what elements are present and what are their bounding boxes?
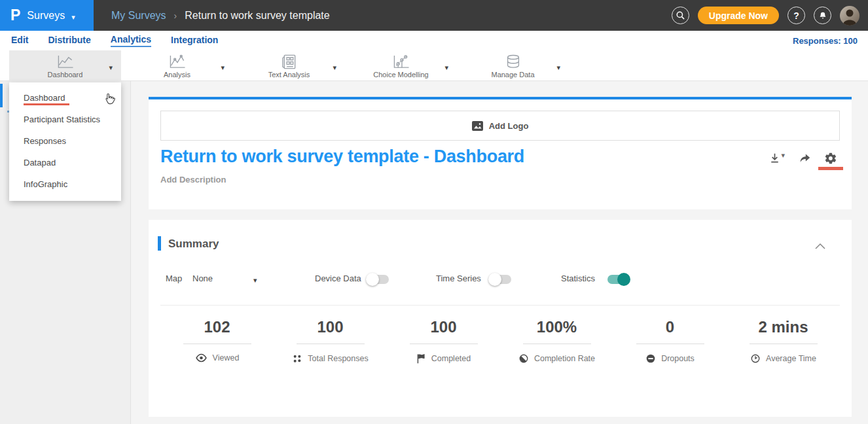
chevron-down-icon [71, 10, 75, 22]
dashboard-header-card: Add Logo Return to work survey template … [149, 99, 852, 209]
collapse-button[interactable] [815, 240, 825, 252]
person-icon [840, 6, 859, 26]
menu-item-participant-statistics[interactable]: Participant Statistics [9, 109, 121, 130]
active-item-underline [24, 103, 69, 105]
user-avatar[interactable] [840, 6, 859, 26]
responses-count: Responses: 100 [793, 36, 868, 46]
summary-accent-bar [158, 236, 161, 251]
dashboard-dropdown-menu: Dashboard Participant Statistics Respons… [9, 82, 121, 201]
hand-cursor-icon [103, 93, 115, 107]
top-bar: P Surveys My Surveys › Return to work su… [0, 0, 868, 31]
stat-completion-rate: 100% Completion Rate [500, 318, 613, 364]
menu-item-infographic[interactable]: InfoGraphic [9, 173, 121, 195]
settings-active-underline [818, 167, 843, 170]
chevron-down-icon[interactable] [556, 61, 560, 73]
page-title: Return to work survey template - Dashboa… [160, 147, 524, 167]
toolbar-item-manage-data[interactable]: Manage Data [457, 50, 569, 81]
chevron-down-icon[interactable] [444, 61, 448, 73]
stat-viewed: 102 Viewed [160, 318, 274, 364]
menu-item-dashboard[interactable]: Dashboard [9, 87, 121, 109]
choice-modelling-icon [391, 54, 411, 70]
notifications-button[interactable] [814, 7, 831, 24]
breadcrumb: My Surveys › Return to work survey templ… [111, 10, 330, 22]
stat-total-responses: 100 Total Responses [274, 318, 387, 364]
text-analysis-icon [281, 54, 298, 70]
product-menu[interactable]: P Surveys [0, 0, 94, 31]
question-icon: ? [793, 10, 799, 21]
share-icon [798, 152, 811, 164]
minus-circle-icon [645, 353, 656, 364]
chevron-down-icon[interactable] [253, 274, 257, 285]
download-button[interactable] [769, 152, 785, 167]
device-data-toggle[interactable] [367, 275, 389, 284]
toolbar-item-dashboard[interactable]: Dashboard [9, 50, 121, 81]
tab-integration[interactable]: Integration [171, 35, 218, 46]
main-content: Add Logo Return to work survey template … [131, 81, 868, 424]
grid-dots-icon [292, 353, 302, 364]
download-icon [769, 152, 781, 164]
menu-item-responses[interactable]: Responses [9, 130, 121, 152]
analytics-toolbar: Dashboard Analysis Text Analysis Choice … [0, 50, 868, 81]
toolbar-item-choice-modelling[interactable]: Choice Modelling [345, 50, 457, 81]
breadcrumb-current-survey: Return to work survey template [185, 10, 329, 22]
flag-icon [416, 353, 426, 364]
device-data-label: Device Data [315, 274, 361, 283]
chevron-down-icon[interactable] [221, 61, 225, 73]
survey-nav: Edit Distribute Analytics Integration Re… [0, 31, 868, 50]
completion-icon [518, 353, 529, 364]
analysis-chart-icon [168, 54, 187, 70]
image-icon [472, 121, 483, 131]
time-series-toggle[interactable] [489, 275, 511, 284]
stat-dropouts: 0 Dropouts [613, 318, 727, 364]
stat-completed: 100 Completed [387, 318, 500, 364]
map-label: Map [166, 274, 182, 283]
clock-icon [750, 353, 761, 364]
toolbar-item-analysis[interactable]: Analysis [121, 50, 233, 81]
line-chart-icon [56, 54, 75, 70]
toolbar-item-text-analysis[interactable]: Text Analysis [233, 50, 345, 81]
summary-title: Summary [168, 238, 219, 251]
menu-item-datapad[interactable]: Datapad [9, 152, 121, 173]
map-select[interactable]: None [192, 274, 213, 283]
help-button[interactable]: ? [787, 7, 805, 24]
tab-distribute[interactable]: Distribute [48, 35, 90, 46]
add-description-button[interactable]: Add Description [160, 175, 226, 185]
bell-icon [818, 11, 827, 20]
header-actions [769, 152, 837, 168]
summary-card: Summary Map None Device Data Time Series… [149, 220, 852, 417]
chevron-down-icon[interactable] [333, 61, 336, 73]
statistics-label: Statistics [561, 274, 595, 283]
eye-icon [195, 353, 208, 362]
breadcrumb-my-surveys[interactable]: My Surveys [111, 10, 166, 22]
stat-average-time: 2 mins Average Time [727, 318, 840, 364]
settings-button[interactable] [824, 152, 837, 168]
summary-divider [160, 305, 840, 306]
statistics-row: 102 Viewed 100 Total Responses 100 [160, 318, 840, 364]
upgrade-now-button[interactable]: Upgrade Now [698, 7, 779, 24]
tab-analytics[interactable]: Analytics [111, 34, 151, 47]
share-button[interactable] [798, 152, 811, 167]
gear-icon [824, 152, 837, 165]
chevron-down-icon [781, 153, 785, 159]
brand-logo: P [10, 6, 20, 24]
breadcrumb-separator: › [174, 10, 177, 21]
database-icon [504, 54, 522, 70]
statistics-toggle[interactable] [607, 275, 630, 284]
chevron-down-icon[interactable] [109, 61, 113, 73]
chevron-up-icon [815, 243, 825, 249]
search-button[interactable] [672, 7, 689, 24]
topbar-actions: Upgrade Now ? [672, 6, 868, 26]
active-section-indicator [0, 84, 3, 107]
tab-edit[interactable]: Edit [11, 35, 28, 46]
search-icon [676, 10, 685, 20]
product-menu-label: Surveys [27, 10, 65, 22]
add-logo-button[interactable]: Add Logo [160, 111, 840, 141]
time-series-label: Time Series [436, 274, 481, 283]
